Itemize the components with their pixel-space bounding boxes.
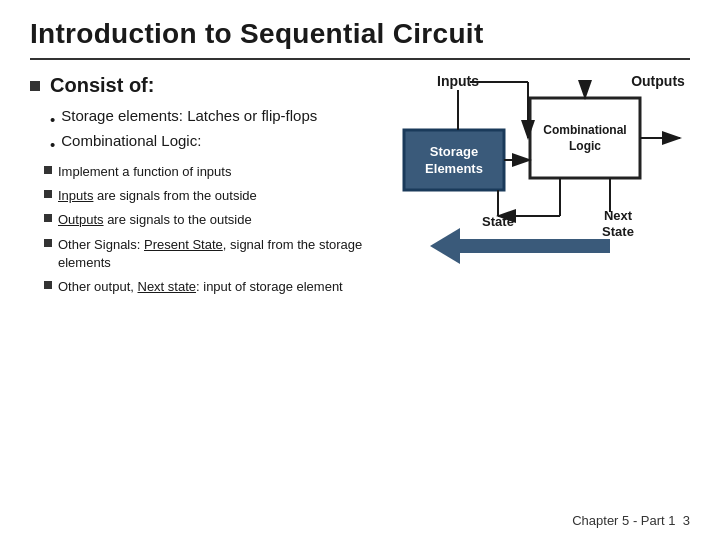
detail-text-2: Inputs are signals from the outside xyxy=(58,187,257,205)
footer-page: 3 xyxy=(683,513,690,528)
detail-text-3: Outputs are signals to the outside xyxy=(58,211,252,229)
combinational-logic-box xyxy=(530,98,640,178)
detail-text-5: Other output, Next state: input of stora… xyxy=(58,278,343,296)
sub-bullet-storage-text: Storage elements: Latches or flip-flops xyxy=(61,107,317,124)
sub-bullet-combinational-text: Combinational Logic: xyxy=(61,132,201,149)
next-state-label-2: State xyxy=(602,224,634,239)
outputs-label: Outputs xyxy=(631,73,685,89)
sq-icon-2 xyxy=(44,190,52,198)
storage-elements-box xyxy=(404,130,504,190)
footer: Chapter 5 - Part 1 3 xyxy=(572,513,690,528)
sq-icon-5 xyxy=(44,281,52,289)
footer-text: Chapter 5 - Part 1 xyxy=(572,513,675,528)
svg-rect-11 xyxy=(454,239,610,253)
divider xyxy=(30,58,690,60)
detail-text-1: Implement a function of inputs xyxy=(58,163,231,181)
page-title: Introduction to Sequential Circuit xyxy=(30,18,690,50)
comb-logic-label-1: Combinational xyxy=(543,123,626,137)
page: Introduction to Sequential Circuit Consi… xyxy=(0,0,720,540)
bullet-dot-icon: • xyxy=(50,111,55,128)
storage-label-1: Storage xyxy=(430,144,478,159)
circuit-diagram: Inputs Outputs Combinational Logic Stora… xyxy=(350,64,690,324)
sq-icon-4 xyxy=(44,239,52,247)
svg-marker-12 xyxy=(430,228,460,264)
next-state-label-1: Next xyxy=(604,208,633,223)
bullet-dot-icon-2: • xyxy=(50,136,55,153)
comb-logic-label-2: Logic xyxy=(569,139,601,153)
sq-icon-1 xyxy=(44,166,52,174)
big-left-arrow xyxy=(430,228,610,264)
bullet-square-icon xyxy=(30,81,40,91)
sq-icon-3 xyxy=(44,214,52,222)
storage-label-2: Elements xyxy=(425,161,483,176)
diagram-area: Inputs Outputs Combinational Logic Stora… xyxy=(350,64,690,324)
content-area: Consist of: • Storage elements: Latches … xyxy=(30,74,690,302)
